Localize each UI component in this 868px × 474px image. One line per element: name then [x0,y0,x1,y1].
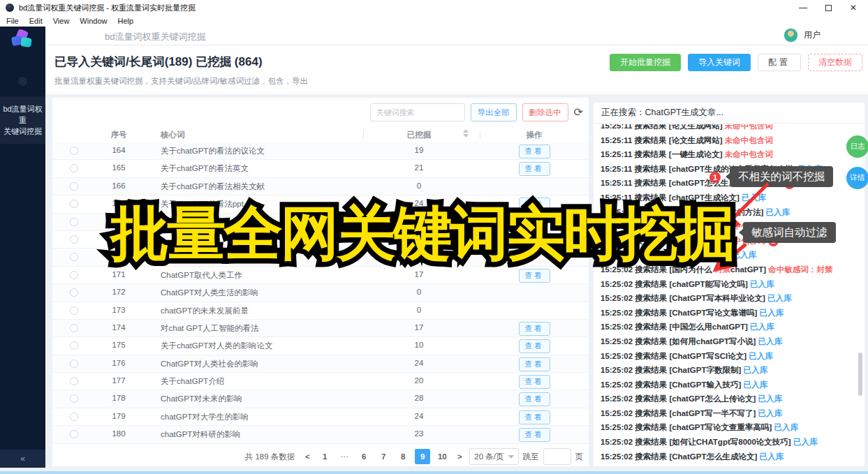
jump-page-input[interactable] [543,448,571,465]
view-button[interactable]: 查看 [519,392,550,406]
row-select-radio[interactable] [70,271,78,279]
detail-fab-button[interactable]: 详情 [846,167,868,189]
log-line: 15:25:02 搜索结果 [ChatGPT写论文靠谱吗] 已入库 [601,306,865,320]
row-number: 175 [101,341,136,349]
log-timestamp: 15:25:02 [601,409,633,417]
annotation-tooltip-1: 不相关的词不挖掘 [730,166,833,187]
user-avatar[interactable] [784,28,798,43]
page-button-10[interactable]: 10 [434,449,450,464]
row-select-radio[interactable] [70,360,78,368]
prev-page-button[interactable]: < [302,452,313,461]
row-select-radio[interactable] [70,218,78,226]
row-select-radio[interactable] [70,430,78,438]
log-status: 已入库 [742,193,766,202]
view-button[interactable]: 查看 [519,410,550,424]
log-timestamp: 15:25:02 [601,323,633,331]
row-select-radio[interactable] [70,394,78,403]
menu-help[interactable]: Help [117,17,133,25]
minimize-button[interactable]: — [799,3,807,12]
row-select-radio[interactable] [70,235,78,244]
log-status: 已入库 [744,380,768,389]
log-status: 已入库 [793,438,818,446]
user-name[interactable]: 用户 [804,29,821,41]
log-status: 已入库 [749,352,773,360]
next-page-button[interactable]: > [454,452,465,461]
row-number: 178 [101,394,136,402]
window-title: bd流量词权重关键词挖掘 - 权重流量词实时批量挖掘 [19,3,196,13]
log-status: 已入库 [750,323,774,331]
page-button-9[interactable]: 9 [415,449,430,464]
log-status: 已入库 [767,294,792,302]
sort-toggle[interactable] [463,129,469,138]
log-keyword: 一键生成论文 [672,150,720,158]
row-select-radio[interactable] [70,182,78,191]
log-status: 未命中包含词 [725,124,773,130]
log-scrollbar[interactable] [858,353,862,396]
page-button-6[interactable]: 6 [356,449,372,464]
table-row: 178ChatGPT对未来的影响28查看 [52,390,589,408]
log-keyword: chatGPT能写论文吗 [672,280,745,288]
row-select-radio[interactable] [70,324,78,332]
config-button[interactable]: 配置 [758,54,801,71]
close-button[interactable]: ✕ [850,3,857,12]
row-select-radio[interactable] [70,341,78,350]
row-core-word: 关于chatGPT的看法的议论文 [161,146,265,156]
page-button-1[interactable]: 1 [317,449,332,464]
row-select-radio[interactable] [70,200,78,208]
log-fab-button[interactable]: 日志 [846,135,868,158]
view-button[interactable]: 查看 [519,357,550,371]
log-keyword: 如何用chatGPT写小说 [672,337,753,346]
sidebar-collapse-button[interactable]: « [0,450,45,468]
view-button[interactable]: 查看 [519,145,550,158]
menu-file[interactable]: File [6,17,19,25]
row-mined-count: 0 [388,288,450,296]
log-line: 15:25:11 搜索结果 [一键生成论文] 未命中包含词 [601,147,865,162]
sidebar-item-keyword-mining[interactable]: bd流量词权重 关键词挖掘 [0,96,45,144]
row-select-radio[interactable] [70,377,78,385]
page-size-select[interactable]: 20 条/页 [469,448,518,465]
table-row: 175关于chatGPT对人类的影响论文10查看 [52,337,589,355]
row-select-radio[interactable] [70,147,78,155]
clear-data-button[interactable]: 清空数据 [808,54,862,71]
view-button[interactable]: 查看 [519,375,550,389]
jump-label: 跳至 [523,452,539,462]
import-keywords-button[interactable]: 导入关键词 [688,54,751,71]
view-button[interactable]: 查看 [519,428,550,442]
row-select-radio[interactable] [70,413,78,421]
menu-edit[interactable]: Edit [29,17,43,25]
search-input[interactable] [370,103,465,121]
menu-view[interactable]: View [53,17,70,25]
delete-selected-button[interactable]: 删除选中 [522,103,568,121]
view-button[interactable]: 查看 [519,322,550,336]
page-button-···[interactable]: ··· [337,449,352,464]
row-select-radio[interactable] [70,164,78,172]
start-batch-mining-button[interactable]: 开始批量挖掘 [610,54,681,71]
log-keyword: 中国怎么用chatGPT [672,323,745,331]
page-button-8[interactable]: 8 [395,449,411,464]
view-button[interactable]: 查看 [519,162,550,176]
log-status: 命中敏感词：封禁 [768,265,832,274]
log-timestamp: 15:25:02 [601,366,633,374]
log-line: 15:25:02 搜索结果 [ChatGPT输入技巧] 已入库 [601,378,865,392]
row-select-radio[interactable] [70,288,78,297]
log-status: 已入库 [765,208,790,216]
page-button-7[interactable]: 7 [376,449,391,464]
view-button[interactable]: 查看 [519,339,550,353]
log-keyword: ChatGPT写本科毕业论文 [672,294,763,302]
row-select-radio[interactable] [70,306,78,315]
table-row: 172ChatGPT对人类生活的影响0 [52,284,589,302]
log-line: 15:25:02 搜索结果 [中国怎么用chatGPT] 已入库 [601,320,865,334]
row-select-radio[interactable] [70,253,78,261]
row-core-word: 对chat GPT人工智能的看法 [161,323,259,334]
maximize-button[interactable] [825,5,832,11]
row-mined-count: 0 [388,306,450,314]
refresh-icon[interactable]: ⟳ [574,107,583,118]
table-body: 164关于chatGPT的看法的议论文19查看165关于chatGPT的看法英文… [52,142,589,444]
table-row: 164关于chatGPT的看法的议论文19查看 [52,142,589,160]
annotation-badge-1: 1 [709,172,721,183]
export-all-button[interactable]: 导出全部 [471,103,517,121]
log-keyword: chatGPT写论文查重率高吗 [672,423,769,431]
table-header: 序号 核心词 已挖掘 操作 [52,127,589,142]
menu-window[interactable]: Window [80,17,107,25]
log-keyword: ChatGPT怎么生成论文 [672,452,754,461]
